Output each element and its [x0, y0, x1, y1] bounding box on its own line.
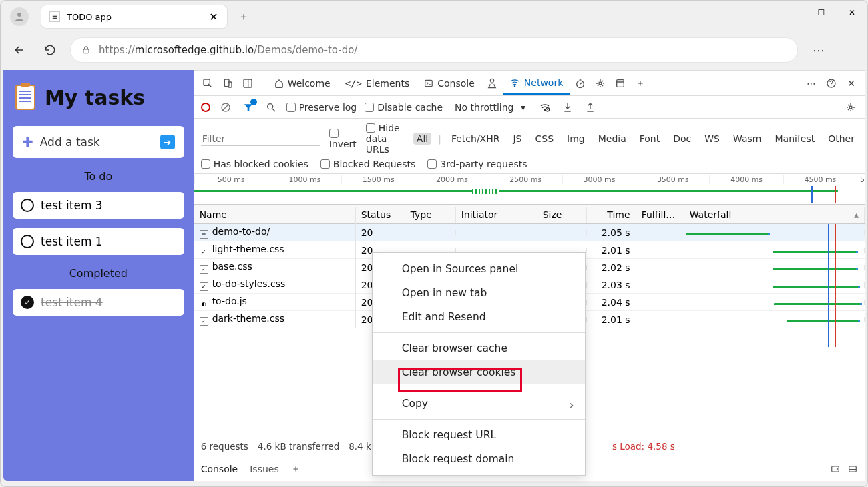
network-settings-icon[interactable]	[843, 100, 858, 115]
svg-point-8	[514, 85, 515, 86]
table-header: Name Status Type Initiator Size Time Ful…	[194, 205, 865, 224]
performance-icon[interactable]	[571, 74, 590, 93]
pill-js[interactable]: JS	[509, 133, 525, 145]
inspect-icon[interactable]	[198, 74, 217, 93]
tab-welcome[interactable]: Welcome	[268, 73, 337, 94]
col-size[interactable]: Size	[537, 207, 587, 223]
address-bar[interactable]: https://microsoftedge.github.io/Demos/de…	[70, 37, 798, 63]
hide-data-urls-checkbox[interactable]: Hide data URLs	[366, 123, 404, 155]
col-time[interactable]: Time	[587, 207, 636, 223]
sources-icon[interactable]	[483, 74, 501, 93]
blocked-cookies-checkbox[interactable]: Has blocked cookies	[201, 159, 308, 169]
col-type[interactable]: Type	[405, 207, 456, 223]
throttling-select[interactable]: No throttling ▾	[451, 101, 529, 114]
devtools-more-button[interactable]: ⋯	[802, 74, 821, 93]
table-row[interactable]: ≡demo-to-do/202.05 s	[194, 224, 865, 241]
svg-line-15	[222, 104, 228, 110]
ctx-open-sources[interactable]: Open in Sources panel	[373, 257, 585, 281]
pill-all[interactable]: All	[413, 133, 431, 145]
app-title-text: My tasks	[45, 86, 145, 109]
plus-icon: ✚	[22, 134, 33, 150]
ctx-clear-cookies[interactable]: Clear browser cookies	[373, 360, 585, 384]
col-fulfilled[interactable]: Fulfilled...	[636, 207, 684, 223]
pill-doc[interactable]: Doc	[670, 133, 694, 145]
third-party-checkbox[interactable]: 3rd-party requests	[427, 159, 527, 169]
pill-wasm[interactable]: Wasm	[730, 133, 765, 145]
application-icon[interactable]	[611, 74, 630, 93]
more-tabs-button[interactable]: ＋	[631, 74, 650, 93]
network-conditions-icon[interactable]	[537, 100, 552, 115]
tab-console[interactable]: Console	[417, 73, 481, 94]
import-har-icon[interactable]	[560, 100, 575, 115]
submit-task-button[interactable]: ➔	[160, 135, 175, 149]
browser-tab[interactable]: ≡ TODO app ✕	[41, 5, 228, 29]
maximize-button[interactable]: ☐	[806, 1, 837, 25]
drawer-toggle-icon[interactable]	[847, 464, 858, 474]
task-checkbox[interactable]	[21, 199, 34, 212]
preserve-log-checkbox[interactable]: Preserve log	[286, 102, 357, 113]
search-button[interactable]	[264, 100, 278, 115]
invert-checkbox[interactable]: Invert	[329, 128, 357, 149]
pill-font[interactable]: Font	[636, 133, 663, 145]
col-name[interactable]: Name	[194, 207, 356, 223]
ctx-block-domain[interactable]: Block request domain	[373, 447, 585, 471]
devtools-panel: Welcome </>Elements Console Network ＋ ⋯ …	[194, 70, 865, 481]
minimize-button[interactable]: —	[775, 1, 806, 25]
dock-icon[interactable]	[238, 74, 257, 93]
new-tab-button[interactable]: ＋	[233, 6, 254, 27]
drawer-console[interactable]: Console	[201, 464, 238, 474]
filter-toggle[interactable]	[241, 100, 256, 115]
pill-ws[interactable]: WS	[701, 133, 723, 145]
col-initiator[interactable]: Initiator	[456, 207, 537, 223]
col-status[interactable]: Status	[356, 207, 405, 223]
task-item-done[interactable]: ✓ test item 4	[13, 289, 184, 316]
svg-rect-7	[425, 80, 433, 86]
ctx-edit-resend[interactable]: Edit and Resend	[373, 305, 585, 329]
memory-icon[interactable]	[591, 74, 610, 93]
pill-other[interactable]: Other	[825, 133, 858, 145]
ctx-copy[interactable]: Copy	[373, 392, 585, 416]
drawer-issues[interactable]: Issues	[250, 464, 279, 474]
add-task-input[interactable]: ✚ Add a task ➔	[13, 126, 184, 158]
clear-button[interactable]	[218, 100, 233, 115]
tab-elements[interactable]: </>Elements	[339, 73, 417, 94]
ctx-block-url[interactable]: Block request URL	[373, 423, 585, 447]
filter-input[interactable]	[201, 131, 320, 146]
task-checkbox-checked[interactable]: ✓	[21, 296, 34, 309]
record-button[interactable]	[201, 103, 210, 112]
ctx-clear-cache[interactable]: Clear browser cache	[373, 336, 585, 360]
pill-img[interactable]: Img	[564, 133, 588, 145]
task-item[interactable]: test item 3	[13, 192, 184, 219]
overview-timeline[interactable]: 500 ms 1000 ms 1500 ms 2000 ms 2500 ms 3…	[194, 174, 865, 205]
drawer-expand-icon[interactable]	[830, 464, 841, 474]
network-filters: Invert Hide data URLs All | Fetch/XHR JS…	[194, 119, 865, 174]
ctx-open-new-tab[interactable]: Open in new tab	[373, 281, 585, 305]
disable-cache-checkbox[interactable]: Disable cache	[365, 102, 443, 113]
task-item[interactable]: test item 1	[13, 228, 184, 255]
back-button[interactable]	[9, 39, 30, 61]
close-window-button[interactable]: ✕	[837, 1, 867, 25]
pill-media[interactable]: Media	[595, 133, 630, 145]
close-devtools-button[interactable]: ✕	[842, 74, 861, 93]
status-transferred: 4.6 kB transferred	[258, 441, 339, 452]
devtools-tabs: Welcome </>Elements Console Network ＋ ⋯ …	[194, 71, 865, 96]
task-checkbox[interactable]	[21, 235, 34, 248]
site-info-icon[interactable]	[81, 45, 91, 55]
export-har-icon[interactable]	[583, 100, 598, 115]
tab-close-button[interactable]: ✕	[208, 11, 219, 22]
browser-menu-button[interactable]: ⋯	[807, 43, 831, 57]
refresh-button[interactable]	[39, 39, 61, 61]
app-title: My tasks	[13, 79, 184, 117]
drawer-add-tab[interactable]: ＋	[291, 463, 300, 475]
blocked-requests-checkbox[interactable]: Blocked Requests	[320, 159, 415, 169]
pill-manifest[interactable]: Manifest	[771, 133, 818, 145]
svg-rect-1	[83, 49, 89, 53]
col-waterfall[interactable]: Waterfall▴	[684, 207, 865, 223]
svg-rect-11	[617, 79, 624, 87]
profile-avatar[interactable]	[10, 7, 29, 26]
device-icon[interactable]	[218, 74, 237, 93]
pill-fetchxhr[interactable]: Fetch/XHR	[448, 133, 503, 145]
help-icon[interactable]	[822, 74, 841, 93]
tab-network[interactable]: Network	[503, 72, 570, 95]
pill-css[interactable]: CSS	[531, 133, 557, 145]
